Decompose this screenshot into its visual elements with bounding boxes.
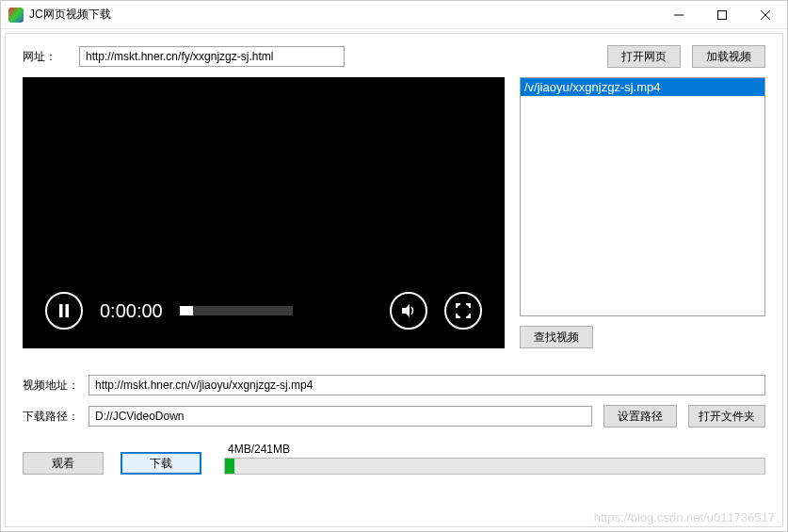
video-progress[interactable] bbox=[180, 306, 293, 315]
video-list[interactable]: /v/jiaoyu/xxgnjzgz-sj.mp4 bbox=[520, 77, 765, 316]
video-controls: 0:00:00 bbox=[23, 292, 505, 330]
svg-rect-5 bbox=[66, 304, 70, 317]
open-folder-button[interactable]: 打开文件夹 bbox=[688, 405, 765, 427]
download-path-row: 下载路径： 设置路径 打开文件夹 bbox=[23, 405, 765, 427]
minimize-button[interactable] bbox=[657, 1, 700, 29]
fullscreen-button[interactable] bbox=[444, 292, 482, 330]
load-video-button[interactable]: 加载视频 bbox=[692, 45, 765, 68]
open-page-button[interactable]: 打开网页 bbox=[607, 45, 681, 68]
titlebar: JC网页视频下载 bbox=[1, 1, 787, 29]
right-column: /v/jiaoyu/xxgnjzgz-sj.mp4 查找视频 bbox=[520, 77, 765, 348]
window-title: JC网页视频下载 bbox=[29, 7, 657, 23]
watch-button[interactable]: 观看 bbox=[23, 452, 104, 475]
set-path-button[interactable]: 设置路径 bbox=[603, 405, 677, 427]
progress-wrap: 4MB/241MB bbox=[224, 443, 765, 475]
download-progress-fill bbox=[225, 459, 234, 474]
download-progress bbox=[224, 458, 765, 475]
content-area: 网址： 打开网页 加载视频 0:00:00 bbox=[5, 33, 783, 527]
playback-time: 0:00:00 bbox=[100, 300, 163, 322]
download-path-input[interactable] bbox=[88, 406, 592, 427]
svg-marker-6 bbox=[402, 304, 410, 317]
url-input[interactable] bbox=[79, 46, 345, 67]
volume-button[interactable] bbox=[390, 292, 427, 330]
bottom-row: 观看 下载 4MB/241MB bbox=[23, 443, 765, 475]
watermark-text: https://blog.csdn.net/u011736517 bbox=[594, 510, 775, 524]
mid-area: 0:00:00 /v/jiaoyu/xxgnjzgz-sj.mp4 bbox=[23, 77, 765, 348]
download-path-label: 下载路径： bbox=[23, 409, 88, 425]
svg-rect-1 bbox=[718, 10, 727, 19]
progress-text: 4MB/241MB bbox=[224, 443, 765, 456]
video-address-label: 视频地址： bbox=[23, 378, 88, 394]
video-progress-fill bbox=[180, 306, 193, 315]
window-controls bbox=[657, 1, 787, 29]
url-label: 网址： bbox=[23, 49, 79, 65]
video-address-row: 视频地址： bbox=[23, 375, 765, 395]
download-button[interactable]: 下载 bbox=[121, 452, 201, 475]
app-window: JC网页视频下载 网址： 打开网页 加载视频 0:00:00 bbox=[0, 0, 788, 532]
search-row: 查找视频 bbox=[520, 326, 765, 348]
video-player[interactable]: 0:00:00 bbox=[23, 77, 505, 348]
list-item[interactable]: /v/jiaoyu/xxgnjzgz-sj.mp4 bbox=[521, 78, 764, 96]
maximize-button[interactable] bbox=[700, 1, 744, 29]
app-icon bbox=[8, 8, 24, 23]
pause-button[interactable] bbox=[45, 292, 83, 330]
svg-rect-4 bbox=[59, 304, 63, 317]
search-video-button[interactable]: 查找视频 bbox=[520, 326, 593, 348]
video-address-input[interactable] bbox=[88, 375, 765, 395]
url-row: 网址： 打开网页 加载视频 bbox=[23, 45, 765, 68]
close-button[interactable] bbox=[744, 1, 787, 29]
action-buttons: 观看 下载 bbox=[23, 452, 201, 475]
